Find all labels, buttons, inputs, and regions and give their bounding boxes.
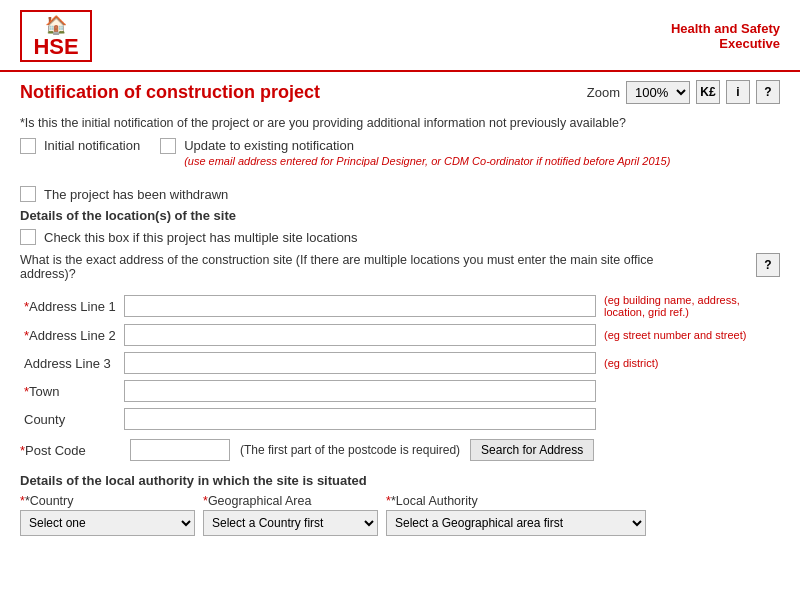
postcode-note: (The first part of the postcode is requi… <box>240 443 460 457</box>
page-header: 🏠 HSE Health and Safety Executive <box>0 0 800 72</box>
country-label: **Country <box>20 494 195 508</box>
town-label: *Town <box>20 377 120 405</box>
address-fields-table: *Address Line 1 (eg building name, addre… <box>20 291 780 433</box>
multiple-sites-label: Check this box if this project has multi… <box>44 230 358 245</box>
country-group: **Country Select one <box>20 494 195 536</box>
address-line2-row: *Address Line 2 (eg street number and st… <box>20 321 780 349</box>
update-notification-checkbox[interactable] <box>160 138 176 154</box>
local-authority-section: Details of the local authority in which … <box>20 473 780 536</box>
postcode-row: *Post Code (The first part of the postco… <box>20 439 780 461</box>
address-line3-hint: (eg district) <box>600 349 780 377</box>
county-label: County <box>20 405 120 433</box>
address-line1-hint: (eg building name, address, location, gr… <box>600 291 780 321</box>
info-button[interactable]: i <box>726 80 750 104</box>
withdrawn-checkbox[interactable] <box>20 186 36 202</box>
zoom-select[interactable]: 100% 75% 125% 150% <box>626 81 690 104</box>
address-line2-label: *Address Line 2 <box>20 321 120 349</box>
update-notification-label: Update to existing notification <box>184 138 354 153</box>
local-authority-title: Details of the local authority in which … <box>20 473 780 488</box>
address-question-row: What is the exact address of the constru… <box>20 253 780 281</box>
zoom-label: Zoom <box>587 85 620 100</box>
notification-options: Initial notification Update to existing … <box>20 138 780 174</box>
address-help-button[interactable]: ? <box>756 253 780 277</box>
withdrawn-label: The project has been withdrawn <box>44 187 228 202</box>
geo-area-group: *Geographical Area Select a Country firs… <box>203 494 378 536</box>
address-line3-cell <box>120 349 600 377</box>
address-line3-label: Address Line 3 <box>20 349 120 377</box>
country-select[interactable]: Select one <box>20 510 195 536</box>
dropdowns-row: **Country Select one *Geographical Area … <box>20 494 780 536</box>
page-title: Notification of construction project <box>20 82 320 103</box>
title-bar: Notification of construction project Zoo… <box>0 72 800 112</box>
org-name: Health and Safety Executive <box>671 21 780 51</box>
geo-area-label: *Geographical Area <box>203 494 378 508</box>
address-question-text: What is the exact address of the constru… <box>20 253 700 281</box>
address-line3-row: Address Line 3 (eg district) <box>20 349 780 377</box>
logo-icon: 🏠 <box>45 14 67 36</box>
notification-question: *Is this the initial notification of the… <box>20 116 780 130</box>
town-input[interactable] <box>124 380 596 402</box>
address-line2-hint: (eg street number and street) <box>600 321 780 349</box>
local-authority-select[interactable]: Select a Geographical area first <box>386 510 646 536</box>
multiple-sites-checkbox[interactable] <box>20 229 36 245</box>
initial-notification-row: Initial notification <box>20 138 140 154</box>
address-line1-input[interactable] <box>124 295 596 317</box>
county-row: County <box>20 405 780 433</box>
address-line3-input[interactable] <box>124 352 596 374</box>
geo-area-select[interactable]: Select a Country first <box>203 510 378 536</box>
update-notification-note: (use email address entered for Principal… <box>184 155 670 167</box>
town-cell <box>120 377 600 405</box>
county-hint <box>600 405 780 433</box>
address-line2-input[interactable] <box>124 324 596 346</box>
ks-button[interactable]: K£ <box>696 80 720 104</box>
town-hint <box>600 377 780 405</box>
address-line1-cell <box>120 291 600 321</box>
address-line1-row: *Address Line 1 (eg building name, addre… <box>20 291 780 321</box>
initial-notification-checkbox[interactable] <box>20 138 36 154</box>
local-authority-label: **Local Authority <box>386 494 646 508</box>
multiple-locations-row: Check this box if this project has multi… <box>20 229 780 245</box>
help-button[interactable]: ? <box>756 80 780 104</box>
address-line2-cell <box>120 321 600 349</box>
withdrawn-row: The project has been withdrawn <box>20 186 780 202</box>
town-row: *Town <box>20 377 780 405</box>
address-line1-label: *Address Line 1 <box>20 291 120 321</box>
postcode-input[interactable] <box>130 439 230 461</box>
logo-text: HSE <box>33 36 78 58</box>
county-cell <box>120 405 600 433</box>
update-notification-row: Update to existing notification (use ema… <box>160 138 670 168</box>
hse-logo: 🏠 HSE <box>20 10 92 62</box>
county-input[interactable] <box>124 408 596 430</box>
search-address-button[interactable]: Search for Address <box>470 439 594 461</box>
location-section-title: Details of the location(s) of the site <box>20 208 780 223</box>
local-authority-group: **Local Authority Select a Geographical … <box>386 494 646 536</box>
main-content: *Is this the initial notification of the… <box>0 116 800 546</box>
postcode-label: *Post Code <box>20 443 120 458</box>
zoom-area: Zoom 100% 75% 125% 150% K£ i ? <box>587 80 780 104</box>
initial-notification-label: Initial notification <box>44 138 140 153</box>
